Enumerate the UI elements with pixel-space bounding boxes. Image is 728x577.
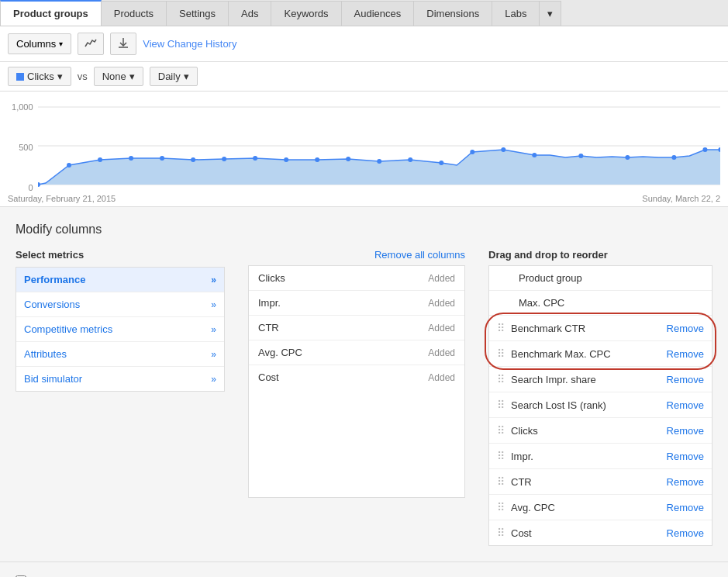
drag-handle-icon: ⠿ [497, 527, 505, 539]
download-icon [117, 37, 129, 48]
remove-impr-link[interactable]: Remove [667, 451, 704, 462]
tab-audiences[interactable]: Audiences [342, 1, 415, 26]
right-item-max-cpc: Max. CPC [489, 291, 712, 316]
footer-section: Save this set of columns Apply Cancel [0, 561, 728, 577]
tab-settings[interactable]: Settings [167, 1, 229, 26]
remove-clicks-link[interactable]: Remove [667, 425, 704, 437]
metric-category-performance[interactable]: Performance » [16, 268, 224, 292]
view-history-link[interactable]: View Change History [143, 38, 236, 50]
right-item-search-lost-is: ⠿ Search Lost IS (rank) Remove [489, 392, 712, 418]
remove-all-link[interactable]: Remove all columns [374, 249, 465, 261]
remove-benchmark-max-cpc-link[interactable]: Remove [667, 348, 704, 360]
svg-point-19 [439, 161, 443, 165]
drag-handle-icon: ⠿ [497, 501, 505, 513]
svg-point-23 [578, 154, 583, 158]
svg-point-12 [222, 157, 226, 161]
middle-panel: Remove all columns Clicks Added Impr. Ad… [248, 249, 465, 546]
svg-point-25 [671, 155, 676, 160]
tab-dimensions[interactable]: Dimensions [414, 1, 492, 26]
svg-marker-5 [38, 150, 720, 185]
svg-point-24 [625, 155, 630, 160]
y-label-500: 500 [8, 143, 33, 152]
clicks-metric-pill[interactable]: Clicks ▾ [8, 67, 71, 86]
right-items-wrapper: Product group Max. CPC ⠿ Benchmark CTR R… [488, 265, 712, 546]
tab-products[interactable]: Products [102, 1, 167, 26]
svg-point-13 [253, 156, 257, 161]
svg-point-16 [346, 157, 350, 161]
metrics-bar: Clicks ▾ vs None ▾ Daily ▾ [0, 62, 728, 92]
y-label-0: 0 [8, 183, 33, 192]
right-panel: Drag and drop to reorder Product group M… [488, 249, 712, 546]
remove-ctr-link[interactable]: Remove [667, 476, 704, 488]
svg-point-18 [408, 157, 412, 162]
right-item-product-group: Product group [489, 266, 712, 291]
columns-chevron-icon: ▾ [59, 40, 63, 48]
chart-date-start: Saturday, February 21, 2015 [8, 194, 116, 203]
tab-labs[interactable]: Labs [492, 1, 540, 26]
middle-header: Remove all columns [248, 249, 465, 261]
right-item-clicks: ⠿ Clicks Remove [489, 418, 712, 444]
daily-chevron-icon: ▾ [184, 71, 189, 82]
svg-point-10 [160, 156, 164, 161]
drag-handle-icon: ⠿ [497, 373, 505, 385]
clicks-color-dot [16, 73, 24, 81]
competitive-chevron-icon: » [211, 324, 216, 335]
two-panel-layout: Select metrics Performance » Conversions… [16, 249, 712, 546]
select-metrics-label: Select metrics [16, 249, 225, 261]
svg-point-22 [532, 153, 537, 157]
svg-point-17 [377, 159, 381, 164]
svg-point-14 [284, 157, 288, 162]
list-item: Cost Added [249, 365, 464, 389]
drag-handle-icon: ⠿ [497, 450, 505, 462]
y-label-1000: 1,000 [8, 102, 33, 112]
toolbar: Columns ▾ View Change History [0, 26, 728, 62]
svg-point-9 [129, 156, 133, 161]
drag-drop-label: Drag and drop to reorder [488, 249, 712, 261]
svg-point-20 [470, 150, 474, 154]
right-item-benchmark-ctr: ⠿ Benchmark CTR Remove [489, 316, 712, 341]
right-item-impr: ⠿ Impr. Remove [489, 444, 712, 469]
remove-benchmark-ctr-link[interactable]: Remove [667, 323, 704, 334]
metric-category-bid-simulator[interactable]: Bid simulator » [16, 367, 224, 391]
line-chart-icon [85, 37, 97, 48]
chart-area: 1,000 500 0 [0, 92, 728, 207]
remove-search-lost-is-link[interactable]: Remove [667, 399, 704, 411]
chart-icon-button[interactable] [78, 33, 104, 55]
chart-footer: Saturday, February 21, 2015 Sunday, Marc… [8, 192, 720, 206]
metric-category-conversions[interactable]: Conversions » [16, 292, 224, 317]
performance-chevron-icon: » [211, 275, 216, 285]
columns-button[interactable]: Columns ▾ [8, 33, 71, 54]
right-item-avg-cpc: ⠿ Avg. CPC Remove [489, 495, 712, 520]
top-tabs: Product groups Products Settings Ads Key… [0, 0, 728, 26]
line-chart-svg [38, 99, 720, 192]
none-chevron-icon: ▾ [129, 71, 135, 82]
svg-point-15 [315, 157, 319, 162]
list-item: CTR Added [249, 316, 464, 340]
daily-period-pill[interactable]: Daily ▾ [150, 67, 198, 86]
tab-ads[interactable]: Ads [229, 1, 271, 26]
tab-product-groups[interactable]: Product groups [0, 0, 102, 26]
metric-category-competitive[interactable]: Competitive metrics » [16, 317, 224, 342]
attributes-chevron-icon: » [211, 349, 216, 360]
remove-cost-link[interactable]: Remove [667, 527, 704, 539]
svg-point-6 [38, 182, 40, 187]
none-metric-pill[interactable]: None ▾ [94, 67, 143, 86]
metric-category-list: Performance » Conversions » Competitive … [16, 267, 225, 392]
tab-keywords[interactable]: Keywords [271, 1, 341, 26]
remove-search-impr-share-link[interactable]: Remove [667, 374, 704, 385]
download-icon-button[interactable] [110, 33, 136, 55]
drag-handle-icon: ⠿ [497, 475, 505, 488]
right-item-search-impr-share: ⠿ Search Impr. share Remove [489, 367, 712, 392]
more-tabs-button[interactable]: ▾ [540, 1, 561, 26]
drag-handle-icon: ⠿ [497, 322, 505, 334]
right-items-list: Product group Max. CPC ⠿ Benchmark CTR R… [488, 265, 712, 546]
bid-simulator-chevron-icon: » [211, 374, 216, 385]
metric-category-attributes[interactable]: Attributes » [16, 342, 224, 367]
modify-columns-section: Modify columns Select metrics Performanc… [0, 207, 728, 561]
svg-point-11 [191, 157, 195, 162]
right-item-ctr: ⠿ CTR Remove [489, 469, 712, 495]
clicks-chevron-icon: ▾ [57, 71, 63, 82]
remove-avg-cpc-link[interactable]: Remove [667, 502, 704, 513]
drag-handle-icon: ⠿ [497, 347, 505, 360]
right-item-cost: ⠿ Cost Remove [489, 520, 712, 545]
